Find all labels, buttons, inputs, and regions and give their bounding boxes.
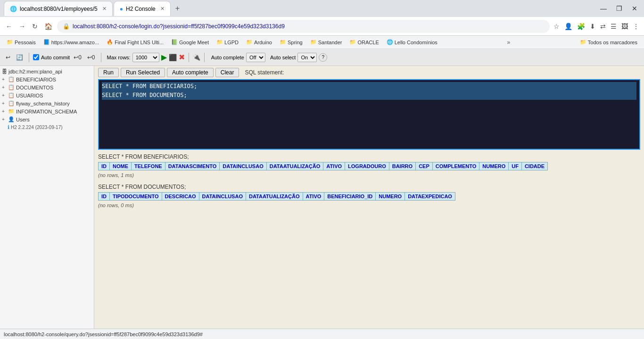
sidebar-toggle-icon[interactable]: ☰ <box>610 22 618 31</box>
column-header[interactable]: BAIRRO <box>389 162 415 170</box>
sidebar-item-information-schema[interactable]: + 📁 INFORMATION_SCHEMA <box>0 107 94 115</box>
result-block-1: SELECT * FROM BENEFICIARIOS; IDNOMETELEF… <box>98 153 640 178</box>
toolbar-btn-num2[interactable]: ↩0 <box>85 53 97 62</box>
column-header[interactable]: TELEFONE <box>132 162 165 170</box>
bookmarks-more-label: » <box>507 39 511 46</box>
column-header[interactable]: COMPLEMENTO <box>432 162 479 170</box>
bookmarks-more-button[interactable]: » <box>505 38 512 47</box>
clear-button[interactable]: Clear <box>215 68 239 77</box>
run-button[interactable]: Run <box>98 68 119 77</box>
minimize-button[interactable]: — <box>597 4 610 13</box>
column-header[interactable]: BENEFICIARIO_ID <box>324 193 376 201</box>
column-header[interactable]: TIPODOCUMENTO <box>110 193 162 201</box>
bookmark-lgpd[interactable]: 📁 LGPD <box>214 38 241 46</box>
play-icon[interactable]: ▶ <box>161 53 167 62</box>
profile-icon[interactable]: 👤 <box>563 22 573 31</box>
column-header[interactable]: DATAINCLUSAO <box>220 162 266 170</box>
sql-editor-empty-space[interactable] <box>102 100 636 147</box>
auto-commit-checkbox[interactable] <box>33 54 39 60</box>
column-header[interactable]: DATAATUALIZAÇÃO <box>246 193 303 201</box>
auto-select-select[interactable]: On Off <box>297 53 317 62</box>
close-button[interactable]: ✕ <box>629 4 640 13</box>
column-header[interactable]: DATAINCLUSAO <box>199 193 246 201</box>
sidebar-item-flyway[interactable]: + 📋 flyway_schema_history <box>0 99 94 107</box>
tab-close-employees[interactable]: ✕ <box>102 6 107 12</box>
column-header[interactable]: NUMERO <box>376 193 405 201</box>
address-icons: ☆ 👤 🧩 ⬇ ⇄ ☰ 🖼 ⋮ <box>553 22 640 31</box>
expand-icon-beneficiarios: + <box>2 77 7 82</box>
h2-toolbar: ↩ 🔄 Auto commit ↩0 ↩0 Max rows: 1000 100… <box>0 49 644 66</box>
help-button[interactable]: ? <box>319 53 327 62</box>
column-header[interactable]: ATIVO <box>303 193 324 201</box>
reload-button[interactable]: ↻ <box>30 22 40 31</box>
toolbar-back-btn[interactable]: ↩ <box>4 53 12 62</box>
sync-icon[interactable]: ⇄ <box>599 22 607 31</box>
bookmark-all-button[interactable]: 📁 Todos os marcadores <box>577 38 640 46</box>
toolbar-back-icon: ↩ <box>6 54 10 61</box>
bookmark-amazon[interactable]: 📘 https://www.amazo... <box>41 38 102 46</box>
bookmark-oracle[interactable]: 📁 ORACLE <box>347 38 381 46</box>
bookmark-finalfight[interactable]: 🔥 Final Fight LNS Ulti... <box>104 38 166 46</box>
tab-favicon-h2: ● <box>120 6 123 12</box>
bookmark-googlemeet[interactable]: 📗 Google Meet <box>168 38 212 46</box>
new-tab-button[interactable]: + <box>172 2 183 15</box>
sidebar-item-beneficiarios[interactable]: + 📋 BENEFICIARIOS <box>0 75 94 83</box>
bookmark-lello[interactable]: 🌐 Lello Condomínios <box>384 38 440 46</box>
result-block-2: SELECT * FROM DOCUMENTOS; IDTIPODOCUMENT… <box>98 184 640 208</box>
menu-icon[interactable]: ⋮ <box>632 22 640 31</box>
bookmark-star-icon[interactable]: ☆ <box>553 22 561 31</box>
maximize-button[interactable]: ❐ <box>613 4 625 13</box>
column-header[interactable]: ATIVO <box>323 162 345 170</box>
toolbar-divider-4 <box>204 53 205 62</box>
sidebar-item-usuarios[interactable]: + 📋 USUARIOS <box>0 91 94 99</box>
bookmark-label: LGPD <box>224 40 239 45</box>
max-rows-select[interactable]: 1000 100 10000 <box>132 53 159 62</box>
column-header[interactable]: DESCRICAO <box>162 193 199 201</box>
sql-line-2: SELECT * FROM DOCUMENTOS; <box>102 91 636 100</box>
column-header[interactable]: CEP <box>416 162 433 170</box>
bookmark-label: https://www.amazo... <box>51 40 99 45</box>
run-selected-button[interactable]: Run Selected <box>121 68 165 77</box>
sidebar-item-users[interactable]: + 👤 Users <box>0 115 94 123</box>
column-header[interactable]: NOME <box>110 162 132 170</box>
auto-complete-select[interactable]: Off On <box>246 53 265 62</box>
tab-close-h2[interactable]: ✕ <box>160 6 165 12</box>
auto-complete-button[interactable]: Auto complete <box>167 68 214 77</box>
tab-h2console[interactable]: ● H2 Console ✕ <box>114 1 171 16</box>
column-header[interactable]: ID <box>99 193 110 201</box>
toolbar-refresh-btn[interactable]: 🔄 <box>14 53 25 62</box>
column-header[interactable]: UF <box>509 162 522 170</box>
user-avatar[interactable]: 🖼 <box>620 22 629 31</box>
info-icon: ℹ <box>8 124 9 130</box>
column-header[interactable]: NUMERO <box>479 162 509 170</box>
sidebar-connection[interactable]: 🗄 jdbc:h2:mem:plano_api <box>0 68 94 75</box>
toolbar-num2-icon: ↩0 <box>87 54 95 61</box>
result-table-2: IDTIPODOCUMENTODESCRICAODATAINCLUSAODATA… <box>98 192 455 201</box>
url-bar[interactable]: 🔒 localhost:8080/h2-console/login.do?jse… <box>57 20 550 33</box>
sidebar-item-documentos[interactable]: + 📋 DOCUMENTOS <box>0 83 94 91</box>
stop-alt-icon[interactable]: ✖ <box>179 53 185 62</box>
stop-icon[interactable]: ⬛ <box>169 54 177 61</box>
tab-employees[interactable]: 🌐 localhost:8080/v1/employees/5 ✕ <box>4 1 113 16</box>
bookmark-pessoais[interactable]: 📁 Pessoais <box>4 38 39 46</box>
status-bar: localhost:8080/h2-console/query.do?jsess… <box>0 329 644 339</box>
column-header[interactable]: LOGRADOURO <box>345 162 389 170</box>
column-header[interactable]: DATAATUALIZAÇÃO <box>266 162 323 170</box>
extension-icon[interactable]: 🧩 <box>576 22 586 31</box>
column-header[interactable]: CIDADE <box>521 162 547 170</box>
main-layout: 🗄 jdbc:h2:mem:plano_api + 📋 BENEFICIARIO… <box>0 66 644 329</box>
sql-editor[interactable]: SELECT * FROM BENEFICIARIOS; SELECT * FR… <box>99 80 639 149</box>
toolbar-btn-num1[interactable]: ↩0 <box>72 53 83 62</box>
bookmark-santander[interactable]: 📁 Santander <box>307 38 345 46</box>
column-header[interactable]: ID <box>99 162 110 170</box>
status-url: localhost:8080/h2-console/query.do?jsess… <box>4 331 203 337</box>
home-button[interactable]: 🏠 <box>42 22 54 31</box>
forward-button[interactable]: → <box>17 22 27 31</box>
bookmark-arduino[interactable]: 📁 Arduino <box>243 38 275 46</box>
bookmark-spring[interactable]: 📁 Spring <box>277 38 305 46</box>
column-header[interactable]: DATANASCIMENTO <box>165 162 220 170</box>
auto-commit-control: Auto commit <box>33 54 70 60</box>
download-icon[interactable]: ⬇ <box>589 22 596 31</box>
back-button[interactable]: ← <box>4 22 14 31</box>
column-header[interactable]: DATAEXPEDICAO <box>405 193 455 201</box>
